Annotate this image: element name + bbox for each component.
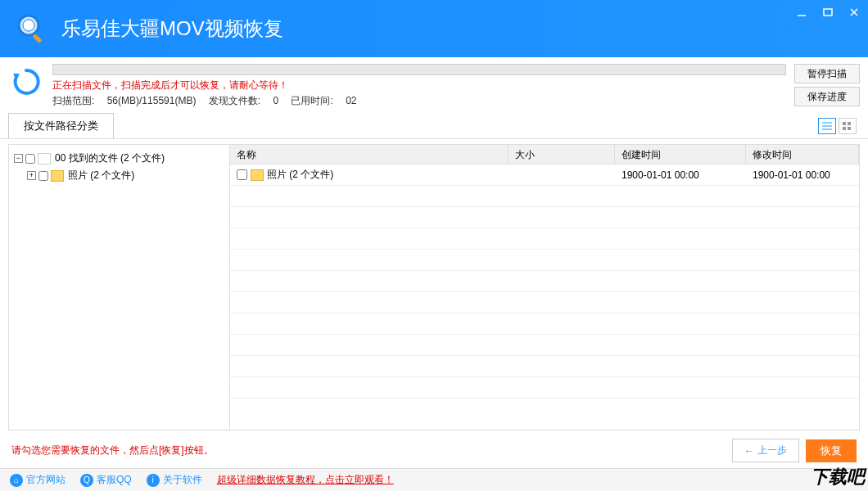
scan-info-section: 正在扫描文件，扫描完成后才可以恢复，请耐心等待！ 扫描范围: 56(MB)/11… [0,57,868,113]
empty-row [230,271,859,292]
row-checkbox[interactable] [237,169,247,180]
empty-row [230,228,859,250]
svg-rect-14 [848,127,851,130]
bottom-hint-bar: 请勾选您需要恢复的文件，然后点[恢复]按钮。 ← 上一步 恢复 [0,430,868,471]
tree-root-node[interactable]: − 00 找到的文件 (2 个文件) [14,150,224,167]
svg-rect-4 [824,9,832,16]
row-name: 照片 (2 个文件) [267,168,333,182]
column-modified[interactable]: 修改时间 [746,145,859,164]
tree-root-checkbox[interactable] [25,154,35,164]
prev-step-button[interactable]: ← 上一步 [732,439,799,462]
info-icon: i [147,474,160,487]
table-row[interactable]: 照片 (2 个文件) 1900-01-01 00:00 1900-01-01 0… [230,164,859,186]
row-size [509,172,615,178]
elapsed-label: 已用时间: [291,95,332,106]
tree-child-label: 照片 (2 个文件) [68,169,134,182]
view-grid-button[interactable] [839,118,857,134]
empty-row [230,335,859,356]
recover-button[interactable]: 恢复 [806,439,857,462]
tree-collapse-icon[interactable]: − [14,154,23,163]
empty-row [230,356,859,377]
row-created: 1900-01-01 00:00 [615,166,746,184]
arrow-left-icon: ← [744,445,754,457]
customer-qq-link[interactable]: Q 客服QQ [80,473,132,487]
close-button[interactable] [844,4,864,20]
tab-by-path[interactable]: 按文件路径分类 [8,113,114,138]
column-name[interactable]: 名称 [230,145,509,164]
list-body: 照片 (2 个文件) 1900-01-01 00:00 1900-01-01 0… [230,164,859,430]
watermark-text: 下载吧 [811,465,865,489]
empty-row [230,292,859,313]
home-icon: ⌂ [10,474,23,487]
view-toggles [818,118,860,134]
view-list-button[interactable] [818,118,836,134]
svg-rect-13 [843,127,846,130]
scan-progress-bar [52,64,786,75]
tab-row: 按文件路径分类 [0,113,868,139]
select-hint-text: 请勾选您需要恢复的文件，然后点[恢复]按钮。 [11,444,214,457]
official-site-link[interactable]: ⌂ 官方网站 [10,473,66,487]
file-list-panel: 名称 大小 创建时间 修改时间 照片 (2 个文件) 1900-01-01 00… [230,145,859,430]
found-files-value: 0 [273,95,278,106]
empty-row [230,313,859,335]
elapsed-value: 02 [346,95,356,106]
title-bar: 乐易佳大疆MOV视频恢复 [0,0,868,57]
tree-panel: − 00 找到的文件 (2 个文件) + 照片 (2 个文件) [9,145,230,430]
footer-bar: ⌂ 官方网站 Q 客服QQ i 关于软件 超级详细数据恢复教程，点击立即观看！ [0,468,868,491]
empty-row [230,377,859,399]
folder-icon [38,153,51,164]
tree-child-node[interactable]: + 照片 (2 个文件) [27,167,224,184]
pause-scan-button[interactable]: 暂停扫描 [794,64,860,83]
scan-spinner-icon [8,64,44,100]
svg-point-1 [23,20,34,31]
scan-info-content: 正在扫描文件，扫描完成后才可以恢复，请耐心等待！ 扫描范围: 56(MB)/11… [52,64,786,108]
qq-icon: Q [80,474,93,487]
list-header: 名称 大小 创建时间 修改时间 [230,145,859,164]
svg-rect-11 [843,122,846,125]
save-progress-button[interactable]: 保存进度 [794,87,860,106]
folder-icon [251,169,264,181]
svg-rect-12 [848,122,851,125]
row-modified: 1900-01-01 00:00 [746,166,859,184]
scan-range-value: 56(MB)/115591(MB) [107,95,197,106]
folder-icon [51,170,64,182]
tree-child-checkbox[interactable] [38,171,48,181]
empty-row [230,207,859,228]
scan-details: 扫描范围: 56(MB)/115591(MB) 发现文件数: 0 已用时间: 0… [52,94,786,108]
empty-row [230,186,859,207]
about-link[interactable]: i 关于软件 [147,473,202,487]
svg-rect-2 [32,34,42,43]
tree-root-label: 00 找到的文件 (2 个文件) [55,151,165,165]
empty-row [230,250,859,271]
found-files-label: 发现文件数: [209,95,260,106]
app-title: 乐易佳大疆MOV视频恢复 [61,16,283,42]
scan-action-buttons: 暂停扫描 保存进度 [794,64,860,106]
main-content: − 00 找到的文件 (2 个文件) + 照片 (2 个文件) 名称 大小 创建… [8,144,860,430]
maximize-button[interactable] [818,4,838,20]
scan-status-text: 正在扫描文件，扫描完成后才可以恢复，请耐心等待！ [52,79,786,92]
scan-range-label: 扫描范围: [52,95,94,106]
window-controls [792,4,864,20]
column-created[interactable]: 创建时间 [615,145,746,164]
column-size[interactable]: 大小 [509,145,615,164]
minimize-button[interactable] [792,4,811,20]
tutorial-link[interactable]: 超级详细数据恢复教程，点击立即观看！ [217,473,394,487]
tree-expand-icon[interactable]: + [27,171,36,180]
app-logo-icon [12,9,52,48]
row-name-cell: 照片 (2 个文件) [230,164,509,185]
